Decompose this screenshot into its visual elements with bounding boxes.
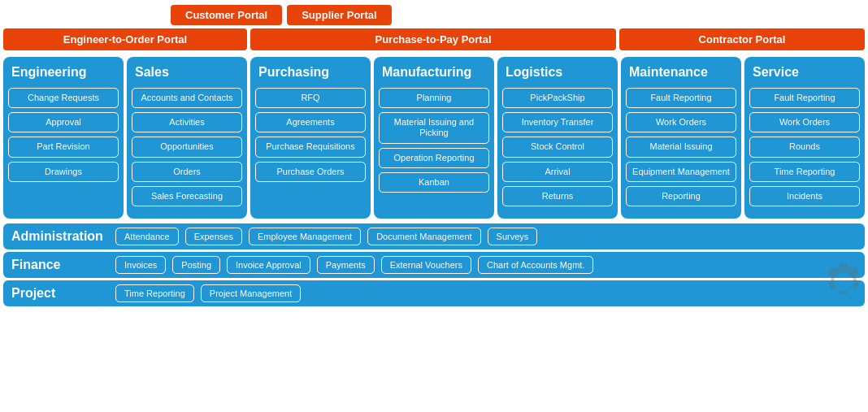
bottom-row-item[interactable]: Document Management xyxy=(367,228,480,245)
module-item[interactable]: Sales Forecasting xyxy=(132,186,242,206)
module-item[interactable]: Fault Reporting xyxy=(749,88,860,108)
column-title: Engineering xyxy=(8,65,119,80)
wide-portals-row: Engineer-to-Order PortalPurchase-to-Pay … xyxy=(0,28,868,50)
module-item[interactable]: Inventory Transfer xyxy=(502,112,613,132)
module-item[interactable]: Accounts and Contacts xyxy=(132,88,242,108)
wide-portal-banner: Purchase-to-Pay Portal xyxy=(250,28,616,50)
top-portals-row: Customer PortalSupplier Portal xyxy=(0,0,868,28)
module-item[interactable]: Rounds xyxy=(749,137,860,157)
module-item[interactable]: Equipment Management xyxy=(626,162,736,182)
module-item[interactable]: Activities xyxy=(132,112,242,132)
module-column: PurchasingRFQAgreementsPurchase Requisit… xyxy=(250,57,371,219)
bottom-row-item[interactable]: External Vouchers xyxy=(381,256,471,274)
module-item[interactable]: Stock Control xyxy=(502,137,613,157)
wide-portal-banner: Contractor Portal xyxy=(619,28,865,50)
module-column: MaintenanceFault ReportingWork OrdersMat… xyxy=(621,57,741,219)
module-column: ManufacturingPlanningMaterial Issuing an… xyxy=(374,57,494,219)
module-column: LogisticsPickPackShipInventory TransferS… xyxy=(497,57,618,219)
column-title: Service xyxy=(749,65,860,80)
module-item[interactable]: Purchase Orders xyxy=(255,162,366,182)
bottom-row-item[interactable]: Payments xyxy=(317,256,375,274)
module-item[interactable]: Incidents xyxy=(749,186,860,206)
top-portal-btn[interactable]: Supplier Portal xyxy=(287,5,391,25)
bottom-row: FinanceInvoicesPostingInvoice ApprovalPa… xyxy=(3,252,865,278)
module-item[interactable]: Work Orders xyxy=(749,112,860,132)
module-column: EngineeringChange RequestsApprovalPart R… xyxy=(3,57,124,219)
column-title: Purchasing xyxy=(255,65,366,80)
module-item[interactable]: Material Issuing and Picking xyxy=(379,112,489,143)
module-item[interactable]: Part Revision xyxy=(8,137,119,157)
module-item[interactable]: Material Issuing xyxy=(626,137,736,157)
bottom-row-item[interactable]: Chart of Accounts Mgmt. xyxy=(478,256,593,274)
module-column: SalesAccounts and ContactsActivitiesOppo… xyxy=(127,57,247,219)
module-column: ServiceFault ReportingWork OrdersRoundsT… xyxy=(744,57,865,219)
bottom-row-item[interactable]: Expenses xyxy=(185,228,242,245)
top-portal-btn[interactable]: Customer Portal xyxy=(171,5,282,25)
bottom-row-title: Administration xyxy=(11,229,109,244)
gear-icon xyxy=(819,258,868,306)
module-item[interactable]: Fault Reporting xyxy=(626,88,736,108)
bottom-sections: AdministrationAttendanceExpensesEmployee… xyxy=(0,223,868,306)
bottom-row: AdministrationAttendanceExpensesEmployee… xyxy=(3,223,865,249)
bottom-row-item[interactable]: Invoice Approval xyxy=(227,256,310,274)
module-item[interactable]: Orders xyxy=(132,162,242,182)
module-item[interactable]: RFQ xyxy=(255,88,366,108)
bottom-row-item[interactable]: Time Reporting xyxy=(115,284,194,302)
column-title: Logistics xyxy=(502,65,613,80)
module-item[interactable]: Time Reporting xyxy=(749,162,860,182)
bottom-row: ProjectTime ReportingProject Management xyxy=(3,280,865,306)
bottom-row-item[interactable]: Posting xyxy=(172,256,220,274)
bottom-row-title: Project xyxy=(11,286,109,301)
module-item[interactable]: Planning xyxy=(379,88,489,108)
bottom-row-item[interactable]: Surveys xyxy=(488,228,538,245)
bottom-row-item[interactable]: Project Management xyxy=(201,284,302,302)
bottom-row-item[interactable]: Attendance xyxy=(115,228,179,245)
module-item[interactable]: PickPackShip xyxy=(502,88,613,108)
module-item[interactable]: Purchase Requisitions xyxy=(255,137,366,157)
module-item[interactable]: Arrival xyxy=(502,162,613,182)
module-item[interactable]: Operation Reporting xyxy=(379,148,489,168)
module-item[interactable]: Agreements xyxy=(255,112,366,132)
column-title: Maintenance xyxy=(626,65,736,80)
bottom-row-item[interactable]: Invoices xyxy=(115,256,166,274)
module-item[interactable]: Work Orders xyxy=(626,112,736,132)
module-item[interactable]: Change Requests xyxy=(8,88,119,108)
module-item[interactable]: Drawings xyxy=(8,162,119,182)
column-title: Manufacturing xyxy=(379,65,489,80)
module-item[interactable]: Approval xyxy=(8,112,119,132)
module-item[interactable]: Returns xyxy=(502,186,613,206)
module-item[interactable]: Reporting xyxy=(626,186,736,206)
column-title: Sales xyxy=(132,65,242,80)
module-item[interactable]: Opportunities xyxy=(132,137,242,157)
bottom-row-item[interactable]: Employee Management xyxy=(249,228,361,245)
main-columns: EngineeringChange RequestsApprovalPart R… xyxy=(0,54,868,222)
wide-portal-banner: Engineer-to-Order Portal xyxy=(3,28,247,50)
module-item[interactable]: Kanban xyxy=(379,172,489,193)
bottom-row-title: Finance xyxy=(11,258,109,272)
